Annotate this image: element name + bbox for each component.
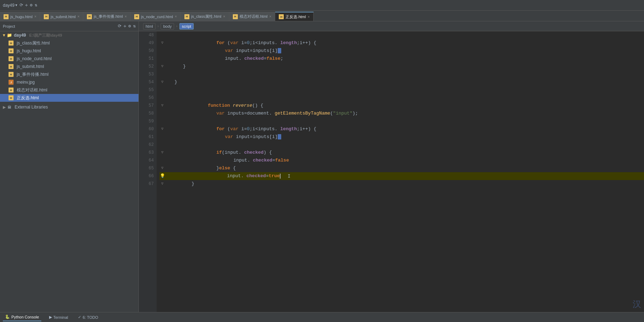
line-num-53: 53	[142, 70, 154, 78]
tree-item-js-node-curd[interactable]: H js_node_curd.html	[0, 55, 138, 63]
sidebar: Project ⟳ ✛ ⚙ ⇅ ▾ 📁 day49 E:\脱产三期\day49 …	[0, 21, 139, 312]
project-tree: ▾ 📁 day49 E:\脱产三期\day49 H js_class属性.htm…	[0, 31, 138, 312]
fold-icon-52[interactable]: ▽	[159, 64, 165, 69]
tree-root-folder[interactable]: ▾ 📁 day49 E:\脱产三期\day49	[0, 31, 138, 39]
lightbulb-icon[interactable]: 💡	[159, 172, 165, 180]
code-token: }	[192, 180, 194, 188]
file-icon: H	[233, 14, 238, 19]
sidebar-header: Project ⟳ ✛ ⚙ ⇅	[0, 21, 138, 31]
fold-icon-63[interactable]: ▽	[159, 150, 165, 155]
editor: html › body › script 48 49 50 51 52 53 5…	[139, 21, 644, 312]
external-libraries-label: External Libraries	[15, 105, 48, 110]
tree-item-meinv[interactable]: J meinv.jpg	[0, 78, 138, 86]
file-icon-html: H	[9, 95, 14, 100]
tab-close-js-submit[interactable]: ×	[78, 15, 80, 19]
sort-icon[interactable]: ⇅	[35, 2, 37, 8]
fold-icon-65[interactable]: ▽	[159, 165, 165, 171]
file-icon-html: H	[9, 48, 14, 53]
file-label: js_class属性.html	[17, 40, 50, 46]
line-num-48: 48	[142, 31, 154, 39]
todo-tab[interactable]: ✓ 6: TODO	[76, 313, 100, 321]
sort-files-icon[interactable]: ⇅	[133, 23, 136, 29]
code-token: }	[174, 78, 177, 86]
line-num-61: 61	[142, 133, 154, 141]
sync-icon[interactable]: ⟳	[20, 2, 23, 8]
breadcrumb-html[interactable]: html	[143, 23, 156, 30]
tab-js-class[interactable]: H js_class属性.html ×	[181, 12, 229, 21]
tree-item-js-class[interactable]: H js_class属性.html	[0, 39, 138, 47]
sync-files-icon[interactable]: ⟳	[118, 23, 121, 29]
tab-close-js-class[interactable]: ×	[223, 15, 225, 19]
fold-icon-60[interactable]: ▽	[159, 126, 165, 132]
code-lines[interactable]: ▽ for (var i=0;i<inputs. length;i++) { v…	[157, 31, 644, 312]
tab-js-events[interactable]: H js_事件传播.html ×	[83, 12, 131, 21]
line-num-49: 49	[142, 39, 154, 47]
line-num-50: 50	[142, 47, 154, 55]
line-num-54: 54	[142, 78, 154, 86]
fold-icon-54[interactable]: ▽	[159, 79, 165, 85]
tab-js-hugu[interactable]: H js_hugu.html ×	[0, 12, 40, 21]
tab-close-js-hugu[interactable]: ×	[34, 15, 36, 19]
tab-zhengfanxuan[interactable]: H 正反选.html ×	[275, 12, 314, 21]
pin-files-icon[interactable]: ✛	[124, 23, 126, 29]
tree-item-js-events[interactable]: H js_事件传播.html	[0, 70, 138, 78]
tabs-row: H js_hugu.html × H js_submit.html × H js…	[0, 11, 644, 21]
file-icon-html: H	[9, 41, 14, 46]
file-label: 模态对话框.html	[17, 87, 47, 93]
text-cursor	[280, 174, 281, 179]
folder-icon: 📁	[7, 33, 12, 38]
line-num-57: 57	[142, 102, 154, 110]
tab-js-node-curd[interactable]: H js_node_curd.html ×	[131, 12, 181, 21]
dropdown-arrow: ▾	[15, 3, 17, 7]
tree-item-js-hugu[interactable]: H js_hugu.html	[0, 47, 138, 55]
tree-item-js-submit[interactable]: H js_submit.html	[0, 63, 138, 70]
breadcrumb-script[interactable]: script	[179, 23, 194, 30]
tab-close-js-events[interactable]: ×	[125, 15, 127, 19]
terminal-label: Terminal	[53, 315, 68, 320]
fold-icon-49[interactable]: ▽	[159, 40, 165, 46]
tree-item-zhengfanxuan[interactable]: H 正反选.html	[0, 94, 138, 102]
file-icon: H	[44, 14, 49, 19]
top-bar: day49 ▾ ⟳ ✛ ⚙ ⇅	[0, 0, 644, 11]
file-label: 正反选.html	[17, 95, 39, 101]
tab-label: 正反选.html	[286, 14, 306, 20]
file-icon-html: H	[9, 88, 14, 93]
pin-icon[interactable]: ✛	[25, 2, 28, 8]
gear-files-icon[interactable]: ⚙	[129, 23, 131, 29]
file-label: js_node_curd.html	[17, 56, 52, 61]
line-num-56: 56	[142, 94, 154, 102]
code-line-52: ▽ }	[159, 63, 644, 70]
file-icon: H	[279, 14, 284, 19]
toolbar-icons: ⟳ ✛ ⚙ ⇅	[20, 2, 37, 8]
terminal-tab[interactable]: ▶ Terminal	[47, 313, 70, 321]
tab-label: js_node_curd.html	[141, 15, 173, 19]
file-icon: H	[4, 14, 9, 19]
tree-external-libraries[interactable]: ▶ 🏛 External Libraries	[0, 103, 138, 111]
project-dropdown[interactable]: day49	[3, 3, 15, 8]
tab-close-zhengfanxuan[interactable]: ×	[308, 15, 310, 19]
line-num-65: 65	[142, 164, 154, 172]
tab-js-submit[interactable]: H js_submit.html ×	[40, 12, 83, 21]
fold-icon-57[interactable]: ▽	[159, 103, 165, 109]
tab-label: js_class属性.html	[191, 14, 221, 19]
watermark: 汉	[630, 297, 644, 311]
python-console-label: Python Console	[11, 315, 39, 319]
cursor-I: I	[288, 172, 290, 180]
python-console-tab[interactable]: 🐍 Python Console	[3, 313, 41, 321]
fold-icon-67[interactable]: ▽	[159, 181, 165, 187]
root-path: E:\脱产三期\day49	[29, 33, 62, 38]
breadcrumb-sep: ›	[176, 24, 178, 28]
tab-close-modal[interactable]: ×	[269, 15, 272, 19]
tab-modal[interactable]: H 模态对话框.html ×	[229, 12, 276, 21]
file-icon-html: H	[9, 72, 14, 77]
library-icon: 🏛	[7, 105, 11, 109]
settings-icon[interactable]: ⚙	[30, 2, 32, 8]
code-area[interactable]: 48 49 50 51 52 53 54 55 56 57 58 59 60 6…	[139, 31, 644, 312]
tree-item-modal[interactable]: H 模态对话框.html	[0, 86, 138, 94]
line-num-67: 67	[142, 180, 154, 188]
breadcrumb-bar: html › body › script	[139, 21, 644, 31]
code-line-53	[159, 70, 644, 78]
bottom-panel: 🐍 Python Console ▶ Terminal ✓ 6: TODO	[0, 312, 644, 322]
tab-close-js-node-curd[interactable]: ×	[175, 15, 177, 19]
breadcrumb-body[interactable]: body	[161, 23, 174, 30]
